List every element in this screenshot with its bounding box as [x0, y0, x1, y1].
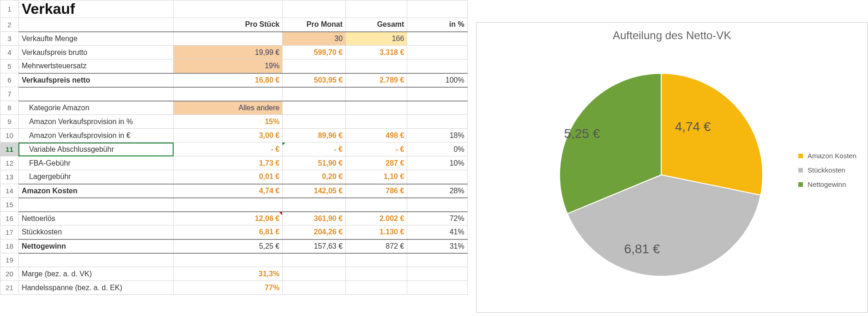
cell[interactable]: 3.318 € [346, 46, 407, 60]
row-13[interactable]: 13 Lagergebühr 0,01 € 0,20 € 1,10 € [0, 170, 468, 184]
row-7[interactable]: 7 [0, 87, 468, 101]
cell[interactable]: 31,3% [174, 267, 283, 281]
cell[interactable]: 166 [346, 32, 407, 46]
row-header[interactable]: 18 [0, 239, 19, 253]
row-9[interactable]: 9 Amazon Verkaufsprovision in % 15% [0, 115, 468, 129]
label-nettoerloes[interactable]: Nettoerlös [18, 212, 173, 226]
row-1[interactable]: 1 Verkauf [0, 0, 468, 18]
cell[interactable]: 498 € [346, 129, 407, 143]
row-header[interactable]: 20 [0, 267, 19, 281]
cell[interactable]: 1.130 € [346, 226, 407, 239]
row-19[interactable]: 19 [0, 253, 468, 267]
row-header[interactable]: 19 [0, 253, 19, 267]
cell[interactable]: 0% [407, 143, 467, 156]
label-verkaufspreis-brutto[interactable]: Verkaufspreis brutto [18, 46, 173, 60]
label-amazon-provision-eur[interactable]: Amazon Verkaufsprovision in € [18, 129, 173, 143]
cell[interactable]: Alles andere [174, 101, 283, 115]
row-header[interactable]: 10 [0, 129, 19, 143]
label-verkaufspreis-netto[interactable]: Verkaufspreis netto [18, 73, 173, 87]
cell[interactable]: - € [346, 143, 407, 156]
row-15[interactable]: 15 [0, 198, 468, 212]
row-header[interactable]: 14 [0, 184, 19, 198]
row-16[interactable]: 16 Nettoerlös 12,06 € 361,90 € 2.002 € 7… [0, 212, 468, 226]
label-marge[interactable]: Marge (bez. a. d. VK) [18, 267, 173, 281]
row-header[interactable]: 6 [0, 73, 19, 87]
cell[interactable]: 287 € [346, 156, 407, 170]
cell[interactable]: 30 [283, 32, 346, 46]
cell[interactable]: 5,25 € [174, 239, 283, 253]
col-header-pro-stueck[interactable]: Pro Stück [174, 18, 283, 32]
cell[interactable]: 1,10 € [346, 170, 407, 184]
row-21[interactable]: 21 Handelsspanne (bez. a. d. EK) 77% [0, 281, 468, 295]
cell[interactable]: 157,63 € [283, 239, 346, 253]
row-header-selected[interactable]: 11 [0, 143, 19, 156]
cell[interactable]: 2.789 € [346, 73, 407, 87]
cell[interactable]: 361,90 € [283, 212, 346, 226]
label-verkaufte-menge[interactable]: Verkaufte Menge [18, 32, 173, 46]
row-header[interactable]: 9 [0, 115, 19, 129]
cell[interactable]: 15% [174, 115, 283, 129]
page-title[interactable]: Verkauf [18, 0, 173, 18]
cell[interactable]: - € [174, 143, 283, 156]
pie-chart-container[interactable]: Aufteilung des Netto-VK 4,74 € 6,81 € 5,… [476, 22, 868, 313]
cell[interactable]: 51,90 € [283, 156, 346, 170]
row-header[interactable]: 1 [0, 0, 19, 18]
label-nettogewinn[interactable]: Nettogewinn [18, 239, 173, 253]
cell[interactable]: 18% [407, 129, 467, 143]
row-header[interactable]: 3 [0, 32, 19, 46]
row-5[interactable]: 5 Mehrwertsteuersatz 19% [0, 60, 468, 73]
cell[interactable]: 786 € [346, 184, 407, 198]
label-handelsspanne[interactable]: Handelsspanne (bez. a. d. EK) [18, 281, 173, 295]
row-header[interactable]: 7 [0, 87, 19, 101]
label-amazon-provision-pct[interactable]: Amazon Verkaufsprovision in % [18, 115, 173, 129]
cell[interactable]: 41% [407, 226, 467, 239]
row-11[interactable]: 11 Variable Abschlussgebühr - € - € - € … [0, 143, 468, 156]
col-header-gesamt[interactable]: Gesamt [346, 18, 407, 32]
cell[interactable]: 142,05 € [283, 184, 346, 198]
row-header[interactable]: 15 [0, 198, 19, 212]
row-14[interactable]: 14 Amazon Kosten 4,74 € 142,05 € 786 € 2… [0, 184, 468, 198]
row-3[interactable]: 3 Verkaufte Menge 30 166 [0, 32, 468, 46]
label-fba-gebuehr[interactable]: FBA-Gebühr [18, 156, 173, 170]
cell[interactable]: 503,95 € [283, 73, 346, 87]
cell[interactable]: 599,70 € [283, 46, 346, 60]
row-12[interactable]: 12 FBA-Gebühr 1,73 € 51,90 € 287 € 10% [0, 156, 468, 170]
row-header[interactable]: 12 [0, 156, 19, 170]
row-8[interactable]: 8 Kategorie Amazon Alles andere [0, 101, 468, 115]
row-10[interactable]: 10 Amazon Verkaufsprovision in € 3,00 € … [0, 129, 468, 143]
cell[interactable]: 19% [174, 60, 283, 73]
label-kategorie-amazon[interactable]: Kategorie Amazon [18, 101, 173, 115]
cell[interactable]: 6,81 € [174, 226, 283, 239]
label-variable-abschlussgebuehr[interactable]: Variable Abschlussgebühr [18, 143, 173, 156]
cell[interactable]: 0,01 € [174, 170, 283, 184]
cell[interactable]: 872 € [346, 239, 407, 253]
row-header[interactable]: 17 [0, 226, 19, 239]
row-header[interactable]: 8 [0, 101, 19, 115]
cell[interactable]: 10% [407, 156, 467, 170]
cell[interactable]: 28% [407, 184, 467, 198]
cell[interactable]: 12,06 € [174, 212, 283, 226]
cell[interactable]: 4,74 € [174, 184, 283, 198]
spreadsheet-grid[interactable]: 1 Verkauf 2 Pro Stück Pro Monat Gesamt i… [0, 0, 468, 295]
label-stueckkosten[interactable]: Stückkosten [18, 226, 173, 239]
row-2[interactable]: 2 Pro Stück Pro Monat Gesamt in % [0, 18, 468, 32]
cell[interactable]: 72% [407, 212, 467, 226]
cell[interactable]: 2.002 € [346, 212, 407, 226]
row-20[interactable]: 20 Marge (bez. a. d. VK) 31,3% [0, 267, 468, 281]
cell[interactable]: 19,99 € [174, 46, 283, 60]
row-header[interactable]: 4 [0, 46, 19, 60]
label-amazon-kosten[interactable]: Amazon Kosten [18, 184, 173, 198]
row-18[interactable]: 18 Nettogewinn 5,25 € 157,63 € 872 € 31% [0, 239, 468, 253]
row-17[interactable]: 17 Stückkosten 6,81 € 204,26 € 1.130 € 4… [0, 226, 468, 239]
cell[interactable]: - € [283, 143, 346, 156]
label-mwst[interactable]: Mehrwertsteuersatz [18, 60, 173, 73]
cell[interactable]: 31% [407, 239, 467, 253]
cell[interactable]: 100% [407, 73, 467, 87]
row-6[interactable]: 6 Verkaufspreis netto 16,80 € 503,95 € 2… [0, 73, 468, 87]
col-header-pro-monat[interactable]: Pro Monat [283, 18, 346, 32]
label-lagergebuehr[interactable]: Lagergebühr [18, 170, 173, 184]
row-header[interactable]: 2 [0, 18, 19, 32]
cell[interactable]: 0,20 € [283, 170, 346, 184]
cell[interactable]: 1,73 € [174, 156, 283, 170]
row-header[interactable]: 5 [0, 60, 19, 73]
